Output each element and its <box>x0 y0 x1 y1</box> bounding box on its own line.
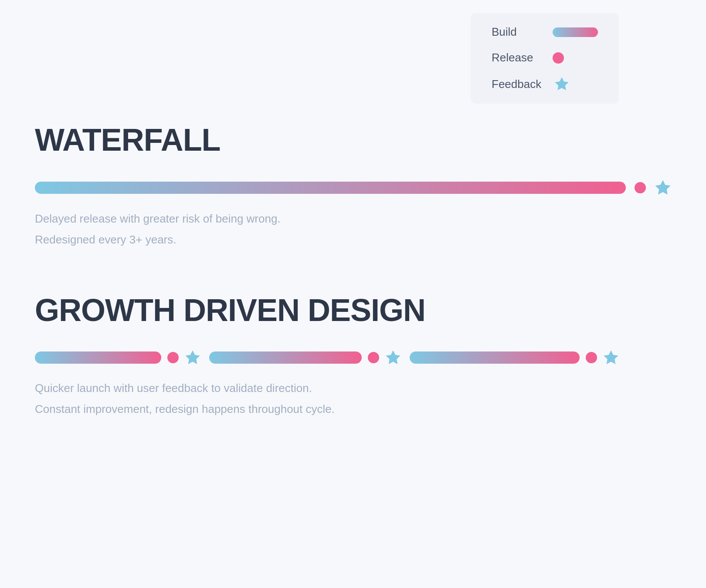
legend-release-dot <box>553 52 564 64</box>
gdd-star-1 <box>185 350 200 365</box>
legend-feedback-label: Feedback <box>492 78 541 91</box>
gdd-unit-3 <box>410 350 619 365</box>
gdd-title: GROWTH DRIVEN DESIGN <box>35 292 671 328</box>
gdd-dot-2 <box>368 352 379 363</box>
svg-marker-1 <box>656 181 670 194</box>
gdd-section: GROWTH DRIVEN DESIGN <box>35 292 671 418</box>
waterfall-release-dot <box>635 182 646 193</box>
legend-row-feedback: Feedback <box>492 77 598 91</box>
legend-row-build: Build <box>492 25 598 39</box>
gdd-unit-1 <box>35 350 200 365</box>
svg-marker-3 <box>387 351 400 364</box>
legend-row-release: Release <box>492 51 598 64</box>
waterfall-bar-row <box>35 179 671 196</box>
gdd-unit-2 <box>209 350 401 365</box>
gdd-dot-3 <box>586 352 597 363</box>
gdd-bar-2 <box>209 351 362 364</box>
svg-marker-0 <box>556 78 568 90</box>
gdd-desc-1: Quicker launch with user feedback to val… <box>35 379 671 398</box>
svg-marker-2 <box>186 351 199 364</box>
gdd-bars-row <box>35 350 671 365</box>
legend-build-label: Build <box>492 25 540 39</box>
gdd-bar-1 <box>35 351 161 364</box>
waterfall-bar <box>35 182 626 194</box>
waterfall-section: WATERFALL Delayed release with greater r… <box>35 122 671 249</box>
gdd-bar-3 <box>410 351 580 364</box>
legend-release-label: Release <box>492 51 540 64</box>
waterfall-title: WATERFALL <box>35 122 671 158</box>
gdd-dot-1 <box>167 352 179 363</box>
waterfall-desc-1: Delayed release with greater risk of bei… <box>35 210 671 228</box>
gdd-star-3 <box>603 350 619 365</box>
svg-marker-4 <box>604 351 618 364</box>
legend-box: Build Release Feedback <box>471 13 619 104</box>
waterfall-feedback-star <box>655 179 671 196</box>
legend-build-bar <box>553 27 598 37</box>
waterfall-desc-2: Redesigned every 3+ years. <box>35 231 671 249</box>
legend-feedback-star <box>554 77 569 91</box>
gdd-desc-2: Constant improvement, redesign happens t… <box>35 400 671 419</box>
gdd-star-2 <box>385 350 401 365</box>
